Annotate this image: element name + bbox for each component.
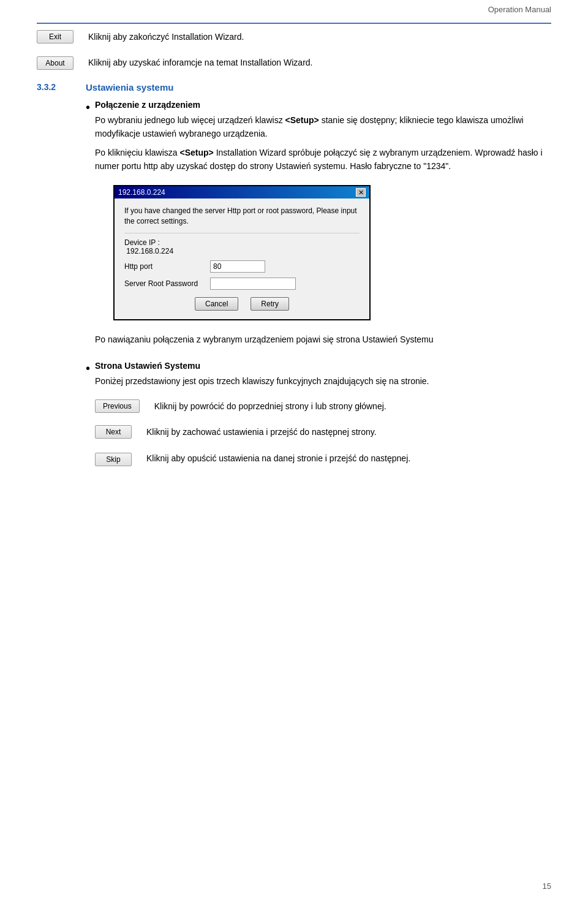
- bullet-dot-1: •: [86, 99, 90, 116]
- exit-button-row: Exit Kliknij aby zakończyć Installation …: [37, 30, 551, 43]
- skip-btn-label[interactable]: Skip: [95, 453, 132, 466]
- dialog-cancel-button[interactable]: Cancel: [195, 297, 238, 311]
- footer: 15: [543, 882, 551, 891]
- about-button[interactable]: About: [37, 56, 74, 70]
- dialog-body: If you have changed the server Http port…: [115, 198, 369, 319]
- exit-btn-label[interactable]: Exit: [37, 30, 74, 43]
- dialog-http-port-row: Http port: [124, 260, 360, 273]
- dialog-device-ip-label: Device IP : 192.168.0.224: [124, 238, 210, 255]
- dialog-divider: [124, 233, 360, 233]
- dialog-titlebar: 192.168.0.224 ✕: [115, 186, 369, 198]
- dialog-device-ip-row: Device IP : 192.168.0.224: [124, 238, 360, 255]
- content-area: Exit Kliknij aby zakończyć Installation …: [0, 24, 588, 525]
- skip-button-row: Skip Kliknij aby opuścić ustawienia na d…: [95, 452, 551, 466]
- connection-after-text: Po nawiązaniu połączenia z wybranym urzą…: [95, 333, 551, 346]
- connection-text1: Po wybraniu jednego lub więcej urządzeń …: [95, 113, 551, 141]
- about-btn-label[interactable]: About: [37, 56, 74, 70]
- section-332: 3.3.2 Ustawienia systemu • Połączenie z …: [37, 82, 551, 482]
- dialog-close-button[interactable]: ✕: [356, 188, 366, 197]
- dialog-http-port-label: Http port: [124, 262, 210, 271]
- page-number: 15: [543, 882, 551, 891]
- connection-text2: Po kliknięciu klawisza <Setup> Installat…: [95, 146, 551, 173]
- bullet-dot-2: •: [86, 360, 90, 377]
- header-right: Operation Manual: [0, 0, 588, 17]
- page-container: Operation Manual Exit Kliknij aby zakońc…: [0, 0, 588, 903]
- section-title: Ustawienia systemu: [86, 82, 173, 93]
- dialog-buttons: Cancel Retry: [124, 297, 360, 311]
- dialog-title: 192.168.0.224: [118, 188, 165, 197]
- system-settings-intro: Poniżej przedstawiony jest opis trzech k…: [95, 374, 551, 388]
- skip-description: Kliknij aby opuścić ustawienia na danej …: [146, 452, 410, 465]
- dialog-password-input[interactable]: [210, 278, 296, 290]
- previous-button-row: Previous Kliknij by powrócić do poprzedn…: [95, 399, 551, 413]
- next-button[interactable]: Next: [95, 425, 132, 439]
- section-number: 3.3.2: [37, 82, 86, 482]
- section-content: Ustawienia systemu • Połączenie z urządz…: [86, 82, 551, 482]
- connection-heading: Połączenie z urządzeniem: [95, 100, 551, 110]
- previous-description: Kliknij by powrócić do poprzedniej stron…: [154, 399, 386, 413]
- exit-description: Kliknij aby zakończyć Installation Wizar…: [88, 30, 244, 43]
- next-button-row: Next Kliknij by zachować ustawienia i pr…: [95, 425, 551, 439]
- dialog-box: 192.168.0.224 ✕ If you have changed the …: [113, 185, 371, 320]
- dialog-retry-button[interactable]: Retry: [251, 297, 289, 311]
- system-settings-content: Strona Ustawień Systemu Poniżej przedsta…: [95, 361, 551, 478]
- connection-content: Połączenie z urządzeniem Po wybraniu jed…: [95, 100, 551, 347]
- top-buttons-section: Exit Kliknij aby zakończyć Installation …: [37, 30, 551, 70]
- header-title: Operation Manual: [488, 5, 551, 14]
- dialog-http-port-input[interactable]: [210, 260, 265, 273]
- next-description: Kliknij by zachować ustawienia i przejść…: [146, 425, 377, 439]
- dialog-info-text: If you have changed the server Http port…: [124, 206, 360, 227]
- skip-button[interactable]: Skip: [95, 453, 132, 466]
- exit-button[interactable]: Exit: [37, 30, 74, 43]
- function-buttons-list: Previous Kliknij by powrócić do poprzedn…: [95, 399, 551, 466]
- dialog-password-row: Server Root Password: [124, 278, 360, 290]
- about-button-row: About Kliknij aby uzyskać inforamcje na …: [37, 56, 551, 69]
- previous-button[interactable]: Previous: [95, 399, 140, 413]
- system-settings-bullet: • Strona Ustawień Systemu Poniżej przeds…: [86, 361, 551, 478]
- next-btn-label[interactable]: Next: [95, 425, 132, 439]
- previous-btn-label[interactable]: Previous: [95, 399, 140, 413]
- about-description: Kliknij aby uzyskać inforamcje na temat …: [88, 56, 312, 69]
- connection-bullet: • Połączenie z urządzeniem Po wybraniu j…: [86, 100, 551, 347]
- system-settings-heading: Strona Ustawień Systemu: [95, 361, 551, 371]
- dialog-password-label: Server Root Password: [124, 279, 210, 288]
- section-number-text: 3.3.2: [37, 82, 56, 92]
